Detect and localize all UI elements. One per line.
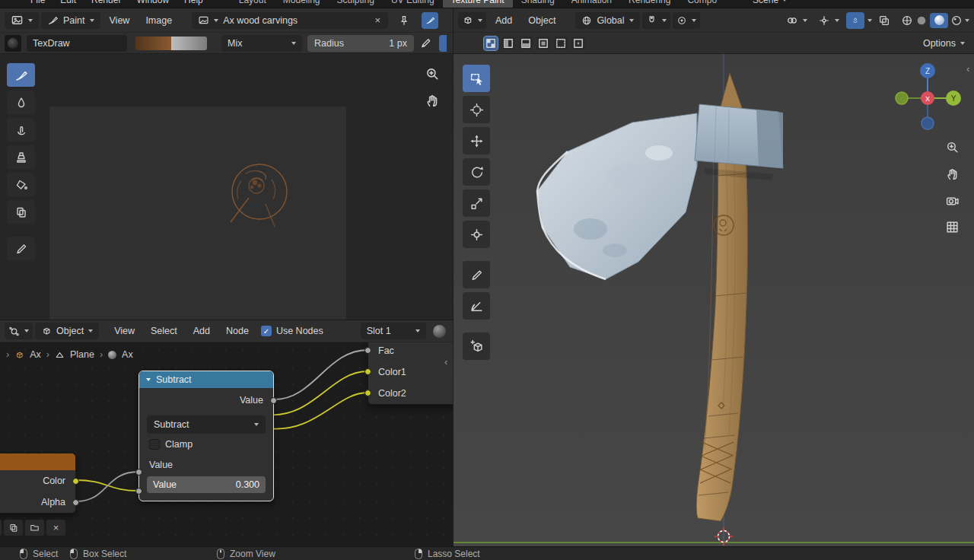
fill-tool-button[interactable]	[7, 173, 35, 196]
overlays-toggle[interactable]	[846, 12, 864, 29]
breadcrumb-material[interactable]: Ax	[122, 349, 133, 360]
pin-icon[interactable]	[398, 14, 410, 27]
viewport-zoom-button[interactable]	[943, 138, 961, 156]
clipped-widget[interactable]	[0, 520, 2, 536]
shading-solid-icon[interactable]	[915, 14, 928, 27]
select-box-tool-button[interactable]	[463, 65, 490, 92]
viewport-editor-type-dropdown[interactable]	[458, 12, 486, 29]
move-tool-button[interactable]	[463, 127, 490, 154]
image-texture-node[interactable]: Color Alpha	[0, 453, 76, 514]
scene-selector[interactable]: Scene	[753, 0, 787, 5]
operation-dropdown[interactable]: Subtract	[147, 415, 266, 434]
soften-tool-button[interactable]	[7, 91, 35, 114]
menu-edit[interactable]: Edit	[53, 0, 84, 5]
color-output-socket[interactable]	[72, 478, 79, 485]
shading-material-button[interactable]	[930, 13, 948, 28]
clone-tool-button[interactable]	[7, 145, 35, 169]
transform-orientation-dropdown[interactable]: Global	[575, 12, 639, 29]
cursor-tool-button[interactable]	[463, 96, 490, 123]
workspace-tab-texture-paint[interactable]: Texture Paint	[443, 0, 513, 8]
workspace-tab-uv-editing[interactable]: UV Editing	[383, 0, 443, 8]
sidebar-toggle-icon[interactable]: ‹	[966, 63, 969, 75]
duplicate-image-button[interactable]	[4, 520, 23, 536]
unlink-image-icon[interactable]: ×	[374, 14, 383, 26]
measure-tool-button[interactable]	[463, 292, 490, 320]
color1-input-socket[interactable]	[364, 368, 371, 375]
image-zoom-button[interactable]	[423, 65, 441, 83]
workspace-tab-compositing[interactable]: Compo	[679, 0, 725, 8]
menu-select[interactable]: Select	[144, 326, 184, 336]
radius-slider[interactable]: Radius 1 px	[307, 35, 414, 52]
paint-tiling-icon-1[interactable]	[484, 37, 498, 50]
visibility-dropdown[interactable]	[782, 12, 811, 29]
mix-node[interactable]: Fac Color1 Color2	[368, 342, 453, 405]
paint-tiling-icon-2[interactable]	[501, 37, 515, 50]
add-cube-tool-button[interactable]	[463, 332, 490, 360]
mask-tool-button[interactable]	[7, 200, 35, 224]
value-input-socket-1[interactable]	[135, 469, 142, 476]
workspace-tab-modeling[interactable]: Modeling	[275, 0, 329, 8]
subtract-node-header[interactable]: Subtract	[139, 371, 273, 388]
color2-input-socket[interactable]	[364, 390, 371, 396]
shading-wireframe-icon[interactable]	[901, 14, 913, 27]
clamp-checkbox[interactable]	[149, 439, 160, 450]
paint-tiling-icon-3[interactable]	[519, 37, 533, 50]
workspace-tab-shading[interactable]: Shading	[513, 0, 563, 8]
xray-toggle-icon[interactable]	[878, 14, 890, 27]
annotate-tool-button-viewport[interactable]	[463, 261, 490, 288]
proportional-editing-dropdown[interactable]	[673, 12, 700, 29]
viewport-camera-button[interactable]	[943, 191, 961, 209]
breadcrumb-mesh[interactable]: Plane	[70, 349, 94, 360]
texture-canvas[interactable]	[49, 107, 346, 320]
editor-type-dropdown[interactable]	[5, 12, 39, 29]
menu-add[interactable]: Add	[489, 15, 519, 26]
node-editor-type-dropdown[interactable]	[5, 323, 33, 339]
menu-render[interactable]: Render	[84, 0, 129, 5]
image-datablock-selector[interactable]: Ax wood carvings ×	[192, 12, 388, 29]
value-number-field[interactable]: Value 0.300	[147, 476, 266, 493]
unlink-image-button[interactable]: ×	[46, 520, 65, 536]
fac-input-socket[interactable]	[364, 347, 371, 354]
collapse-node-icon[interactable]	[146, 378, 151, 381]
value-input-socket-2[interactable]	[135, 488, 142, 495]
viewport-pan-button[interactable]	[943, 164, 961, 183]
breadcrumb-object[interactable]: Ax	[30, 349, 41, 360]
scale-tool-button[interactable]	[463, 189, 490, 217]
open-image-button[interactable]	[25, 520, 44, 536]
menu-add[interactable]: Add	[186, 326, 217, 336]
node-canvas[interactable]: › Ax › Plane › Ax Subtract	[0, 342, 453, 546]
primary-color-swatch[interactable]	[135, 37, 171, 50]
smear-tool-button[interactable]	[7, 118, 35, 142]
menu-window[interactable]: Window	[129, 0, 177, 5]
value-output-socket[interactable]	[270, 397, 277, 404]
menu-object[interactable]: Object	[521, 15, 562, 26]
shader-type-dropdown[interactable]: Object	[35, 323, 99, 339]
slot-dropdown[interactable]: Slot 1	[361, 323, 426, 339]
menu-file[interactable]: File	[23, 0, 53, 5]
gizmo-z-negative[interactable]	[921, 117, 934, 129]
workspace-tab-layout[interactable]: Layout	[231, 0, 275, 8]
paint-mode-dropdown[interactable]: Paint	[41, 12, 100, 29]
gizmos-dropdown[interactable]	[814, 12, 843, 29]
menu-view[interactable]: View	[103, 15, 137, 26]
gizmo-y-negative[interactable]	[896, 92, 908, 104]
workspace-tab-animation[interactable]: Animation	[563, 0, 620, 8]
workspace-tab-rendering[interactable]: Rendering	[620, 0, 679, 8]
clipped-button[interactable]	[439, 35, 447, 52]
options-dropdown[interactable]: Options	[923, 38, 965, 49]
menu-image[interactable]: Image	[138, 15, 179, 26]
menu-help[interactable]: Help	[177, 0, 211, 5]
viewport-canvas[interactable]: Z Y X	[454, 54, 974, 546]
menu-view[interactable]: View	[107, 326, 142, 336]
navigation-gizmo[interactable]: Z Y X	[896, 63, 961, 129]
blend-mode-dropdown[interactable]: Mix	[221, 35, 302, 52]
rotate-tool-button[interactable]	[463, 158, 490, 186]
paint-tiling-icon-6[interactable]	[571, 37, 585, 50]
shading-rendered-icon[interactable]	[950, 14, 963, 27]
draw-tool-button[interactable]	[7, 63, 35, 87]
annotate-tool-button[interactable]	[7, 237, 35, 260]
paint-tiling-icon-4[interactable]	[536, 37, 550, 50]
pressure-stylus-icon[interactable]	[419, 37, 432, 49]
alpha-output-socket[interactable]	[72, 499, 79, 506]
image-node-header[interactable]	[0, 453, 75, 470]
